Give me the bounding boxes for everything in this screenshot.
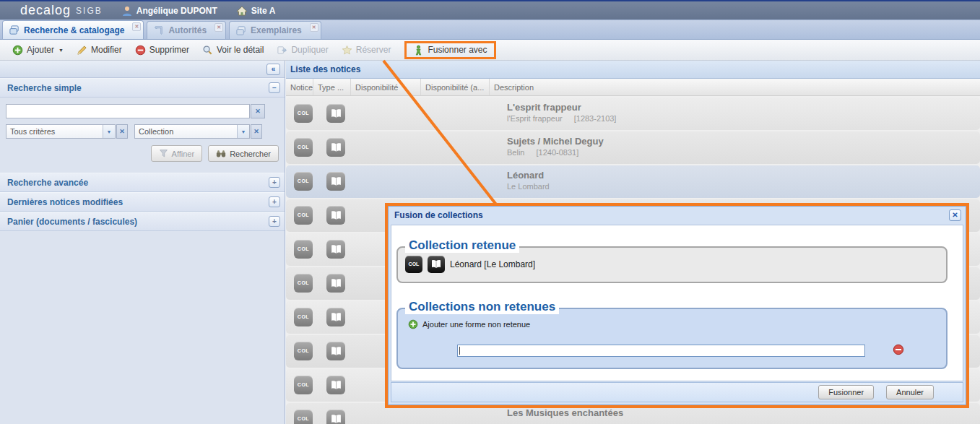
dialog-title: Fusion de collections bbox=[389, 207, 966, 225]
merge-with-button[interactable]: Fusionner avec bbox=[409, 43, 490, 57]
notice-subtitle: Belin[1240-0831] bbox=[507, 148, 604, 157]
delete-button[interactable]: Supprimer bbox=[129, 43, 196, 58]
column-header[interactable]: Notice bbox=[286, 79, 313, 95]
simple-search-title: Recherche simple bbox=[7, 83, 82, 93]
notice-row[interactable]: COLLéonardLe Lombard bbox=[286, 165, 980, 198]
notice-title: Léonard bbox=[507, 170, 561, 181]
chevron-down-icon[interactable]: ▼ bbox=[103, 125, 115, 138]
section-title: Recherche avancée bbox=[7, 178, 88, 188]
plus-circle-icon bbox=[408, 319, 418, 329]
criteria-select-value: Tous critères bbox=[6, 125, 103, 138]
plus-circle-icon bbox=[12, 45, 23, 56]
user-icon bbox=[121, 5, 133, 17]
button-label: Dupliquer bbox=[291, 45, 328, 55]
tab-close-icon[interactable]: ✕ bbox=[214, 23, 223, 32]
merge-collections-dialog: Fusion de collections ✕ Collection reten… bbox=[385, 203, 969, 408]
field-select[interactable]: Collection ▼ bbox=[134, 124, 250, 139]
kept-collection-fieldset: Collection retenue COL Léonard [Le Lomba… bbox=[396, 246, 948, 283]
expand-section-icon[interactable]: + bbox=[269, 177, 280, 188]
clear-field-icon[interactable]: ✕ bbox=[251, 124, 262, 139]
refine-button: Affiner bbox=[151, 145, 203, 162]
add-button[interactable]: Ajouter ▼ bbox=[6, 43, 70, 58]
discarded-collections-legend: Collections non retenues bbox=[405, 300, 559, 314]
open-book-icon bbox=[326, 104, 345, 123]
list-panel-title: Liste des notices bbox=[286, 61, 980, 79]
collection-badge: COL bbox=[294, 240, 313, 259]
button-label: Réserver bbox=[356, 45, 391, 55]
tab-label: Exemplaires bbox=[251, 25, 302, 35]
chevron-down-icon[interactable]: ▼ bbox=[237, 125, 249, 138]
notice-row[interactable]: COLSujets / Michel DeguyBelin[1240-0831] bbox=[286, 131, 980, 164]
binoculars-icon bbox=[216, 149, 226, 159]
collection-badge: COL bbox=[294, 376, 313, 394]
tab-autorites[interactable]: Autorités ✕ bbox=[147, 21, 226, 39]
merge-person-icon bbox=[413, 45, 424, 56]
merge-button[interactable]: Fusionner bbox=[818, 385, 874, 399]
collapse-section-button[interactable]: − bbox=[269, 82, 280, 93]
notice-row[interactable]: COLL'esprit frappeurl'Esprit frappeur[12… bbox=[286, 98, 980, 130]
basket-header[interactable]: Panier (documents / fascicules) + bbox=[0, 212, 285, 231]
column-header[interactable]: Disponibilité bbox=[351, 79, 421, 95]
expand-section-icon[interactable]: + bbox=[269, 216, 280, 227]
reserve-button: Réserver bbox=[335, 43, 398, 58]
field-select-value: Collection bbox=[135, 125, 237, 138]
collection-badge: COL bbox=[294, 138, 313, 157]
open-book-icon bbox=[326, 274, 345, 293]
advanced-search-header[interactable]: Recherche avancée + bbox=[0, 173, 285, 192]
criteria-select[interactable]: Tous critères ▼ bbox=[6, 124, 116, 139]
section-title: Panier (documents / fascicules) bbox=[7, 217, 137, 227]
open-book-icon bbox=[326, 376, 345, 394]
open-book-icon bbox=[326, 172, 345, 191]
expand-section-icon[interactable]: + bbox=[269, 196, 280, 207]
tab-exemplaires[interactable]: Exemplaires ✕ bbox=[229, 21, 321, 39]
button-label: Affiner bbox=[172, 150, 195, 158]
notice-title: L'esprit frappeur bbox=[507, 102, 616, 113]
open-book-icon bbox=[326, 410, 345, 424]
duplicate-icon bbox=[277, 45, 287, 56]
open-book-icon bbox=[326, 342, 345, 360]
section-title: Dernières notices modifiées bbox=[7, 197, 123, 207]
kept-collection-legend: Collection retenue bbox=[405, 238, 519, 253]
view-detail-button[interactable]: Voir le détail bbox=[196, 43, 270, 58]
tab-close-icon[interactable]: ✕ bbox=[310, 23, 318, 32]
last-modified-notices-header[interactable]: Dernières notices modifiées + bbox=[0, 192, 285, 212]
app-logo: decalog bbox=[20, 3, 71, 18]
stacked-windows-icon bbox=[9, 25, 19, 35]
funnel-icon bbox=[159, 149, 168, 158]
notice-title: Les Musiques enchantées bbox=[507, 407, 623, 418]
merge-button-highlight: Fusionner avec bbox=[404, 41, 495, 59]
site-name: Site A bbox=[251, 6, 276, 16]
column-header[interactable]: Description bbox=[490, 79, 980, 95]
remove-line-icon[interactable] bbox=[893, 344, 904, 355]
tab-recherche-catalogage[interactable]: Recherche & catalogage ✕ bbox=[2, 20, 144, 39]
open-book-icon bbox=[326, 308, 345, 326]
collection-badge: COL bbox=[294, 206, 313, 225]
add-discarded-form-link[interactable]: Ajouter une forme non retenue bbox=[408, 319, 530, 329]
add-link-label: Ajouter une forme non retenue bbox=[422, 320, 530, 329]
star-icon bbox=[342, 45, 352, 56]
duplicate-button: Dupliquer bbox=[270, 43, 334, 58]
notice-subtitle: l'Esprit frappeur[1283-2103] bbox=[507, 114, 616, 123]
column-header[interactable]: Disponibilité (a... bbox=[421, 79, 490, 95]
cancel-button[interactable]: Annuler bbox=[886, 385, 934, 399]
simple-search-header[interactable]: Recherche simple − bbox=[0, 78, 285, 98]
column-header[interactable]: Type ... bbox=[313, 79, 351, 95]
discarded-form-input[interactable] bbox=[457, 345, 865, 357]
app-logo-suffix: SIGB bbox=[76, 6, 103, 16]
search-input[interactable] bbox=[6, 104, 250, 118]
edit-button[interactable]: Modifier bbox=[70, 43, 129, 58]
clear-criteria-icon[interactable]: ✕ bbox=[116, 124, 128, 139]
dialog-close-icon[interactable]: ✕ bbox=[949, 209, 961, 221]
tab-label: Autorités bbox=[168, 25, 207, 35]
tab-close-icon[interactable]: ✕ bbox=[132, 22, 141, 31]
collapse-panel-button[interactable]: « bbox=[266, 64, 280, 75]
search-button[interactable]: Rechercher bbox=[208, 145, 279, 162]
sidebar-top-strip: « bbox=[0, 61, 285, 78]
current-user: Angélique DUPONT bbox=[121, 5, 217, 17]
current-site: Site A bbox=[236, 5, 276, 17]
clear-search-icon[interactable]: ✕ bbox=[251, 104, 265, 118]
collection-badge: COL bbox=[294, 308, 313, 326]
button-label: Modifier bbox=[91, 45, 122, 55]
magnifier-icon bbox=[202, 45, 213, 56]
button-label: Rechercher bbox=[230, 150, 271, 158]
